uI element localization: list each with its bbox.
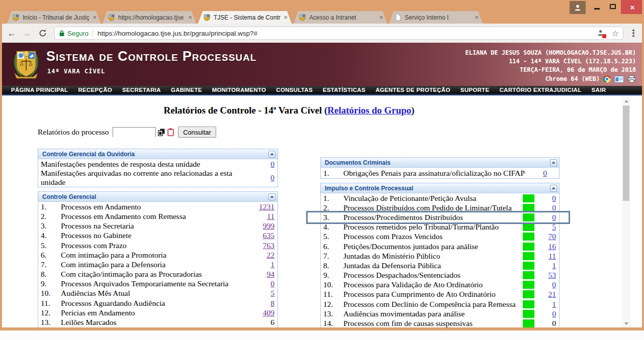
- count-link[interactable]: 0: [270, 160, 274, 168]
- browser-menu-button[interactable]: [630, 30, 637, 37]
- item-number: 13.: [323, 309, 343, 318]
- printer-icon[interactable]: [627, 75, 636, 83]
- count-link[interactable]: 1: [552, 300, 556, 308]
- count-link[interactable]: 5: [270, 289, 274, 297]
- page-scrollbar[interactable]: [622, 97, 630, 327]
- scroll-down-icon[interactable]: [622, 319, 630, 327]
- menu-item[interactable]: SUPORTE: [455, 87, 495, 93]
- count-link[interactable]: 53: [548, 271, 557, 279]
- count-link[interactable]: 1: [552, 261, 556, 270]
- browser-tab[interactable]: Início - Tribunal de Justiç ×: [7, 11, 101, 24]
- tjse-crest-icon: [12, 14, 20, 21]
- close-tab-icon[interactable]: ×: [284, 14, 288, 21]
- count-link[interactable]: 94: [267, 270, 275, 278]
- list-item: 1. Processos em Andamento 1231: [38, 202, 278, 211]
- count-link[interactable]: 0: [543, 169, 547, 177]
- close-tab-icon[interactable]: ×: [93, 14, 97, 21]
- menu-item[interactable]: CONSULTAS: [271, 87, 318, 93]
- collapse-button[interactable]: [268, 193, 275, 200]
- count-link[interactable]: 5: [552, 222, 556, 231]
- collapse-button[interactable]: [268, 151, 275, 158]
- count-link[interactable]: 0: [552, 309, 556, 318]
- address-bar[interactable]: Seguro https://homologacao.tjse.jus.br/p…: [54, 27, 623, 40]
- browser-tab[interactable]: https://homologacao.tjse ×: [103, 11, 196, 24]
- process-search-input[interactable]: [113, 128, 155, 137]
- browser-tab[interactable]: Acesso a Intranet ×: [294, 11, 387, 24]
- close-tab-icon[interactable]: ×: [379, 14, 383, 21]
- profile-button[interactable]: [570, 1, 586, 14]
- count-link[interactable]: 999: [263, 221, 274, 230]
- item-count: 0: [538, 169, 556, 178]
- scroll-up-icon[interactable]: [622, 97, 630, 105]
- count-link[interactable]: 0: [552, 319, 556, 327]
- consult-button[interactable]: Consultar: [178, 127, 216, 138]
- forward-icon[interactable]: →: [19, 28, 34, 39]
- count-link[interactable]: 763: [263, 241, 274, 250]
- count-link[interactable]: 1231: [259, 202, 274, 211]
- count-link[interactable]: 21: [548, 290, 557, 298]
- extension-icon[interactable]: [597, 29, 605, 37]
- item-count: 94: [256, 270, 274, 279]
- menu-item[interactable]: RECEPÇÃO: [73, 87, 117, 93]
- item-number: 11.: [41, 299, 61, 308]
- copy-pages-icon[interactable]: [158, 129, 165, 136]
- count-link[interactable]: 70: [548, 232, 557, 241]
- page-title-text: Relatórios de Controle - 14ª Vara Cível: [164, 105, 322, 116]
- maximize-button[interactable]: [605, 0, 621, 13]
- close-tab-icon[interactable]: ×: [475, 14, 479, 21]
- security-badge[interactable]: Seguro: [67, 30, 88, 37]
- browser-tab[interactable]: Serviço Interno I ×: [389, 11, 483, 24]
- clipboard-icon[interactable]: [167, 128, 174, 136]
- menu-item[interactable]: GABINETE: [166, 87, 207, 93]
- count-link[interactable]: 0: [552, 280, 556, 289]
- item-count: 1: [538, 300, 556, 309]
- id-card-icon[interactable]: [614, 76, 624, 83]
- count-link[interactable]: 1: [270, 260, 274, 269]
- minimize-button[interactable]: [589, 0, 605, 13]
- back-icon[interactable]: ←: [4, 28, 19, 39]
- item-number: 7.: [41, 260, 61, 269]
- collapse-button[interactable]: [550, 185, 557, 192]
- group-reports-link[interactable]: Relatórios do Grupo: [327, 105, 411, 116]
- url-text[interactable]: https://homologacao.tjse.jus.br/pgrau/pr…: [98, 30, 593, 37]
- item-count: 0: [538, 203, 556, 212]
- scrollbar-thumb[interactable]: [623, 105, 629, 201]
- item-number: 5.: [41, 241, 61, 250]
- bookmark-star-icon[interactable]: ☆: [612, 29, 619, 38]
- count-link[interactable]: 8: [270, 299, 274, 307]
- refresh-icon[interactable]: [38, 29, 47, 38]
- menu-item[interactable]: ESTATÍSTICAS: [318, 87, 371, 93]
- count-link[interactable]: 0: [270, 173, 274, 182]
- tjse-crest-icon: [108, 14, 115, 21]
- count-link[interactable]: 0: [552, 213, 556, 221]
- count-link[interactable]: 11: [548, 252, 556, 260]
- collapse-button[interactable]: [550, 159, 557, 166]
- count-link[interactable]: 6: [270, 318, 274, 326]
- count-link[interactable]: 11: [267, 212, 274, 220]
- browser-tab[interactable]: TJSE - Sistema de Contro ×: [198, 11, 292, 24]
- count-link[interactable]: 0: [552, 203, 556, 212]
- status-indicator: [523, 281, 534, 289]
- count-link[interactable]: 22: [267, 251, 275, 259]
- process-number-field: [113, 127, 156, 137]
- list-item: 8. Juntadas da Defensoria Pública 1: [321, 261, 559, 270]
- close-window-button[interactable]: ×: [621, 0, 644, 14]
- close-tab-icon[interactable]: ×: [188, 14, 192, 21]
- item-number: 2.: [323, 203, 343, 212]
- menu-item[interactable]: SAIR: [587, 87, 611, 93]
- menu-item[interactable]: CARTÓRIO EXTRAJUDICIAL: [494, 87, 586, 93]
- status-indicator: [523, 213, 534, 221]
- menu-item[interactable]: MONITORAMENTO: [207, 87, 271, 93]
- menu-item[interactable]: PÁGINA PRINCIPAL: [6, 87, 73, 93]
- list-item: 10. Processos para Validação de Ato Ordi…: [321, 280, 559, 290]
- menu-item[interactable]: SECRETARIA: [117, 87, 166, 93]
- right-column: Documentos Criminais 1. Obrigações Penai…: [320, 157, 560, 327]
- item-number: 9.: [41, 279, 61, 288]
- count-link[interactable]: 0: [270, 279, 274, 288]
- count-link[interactable]: 409: [263, 308, 274, 317]
- count-link[interactable]: 0: [552, 194, 556, 202]
- count-link[interactable]: 16: [548, 242, 557, 251]
- menu-item[interactable]: AGENTES DE PROTEÇÃO: [371, 87, 455, 93]
- count-link[interactable]: 635: [263, 231, 274, 240]
- item-label: Processos Distribuídos com Pedido de Lim…: [343, 203, 523, 212]
